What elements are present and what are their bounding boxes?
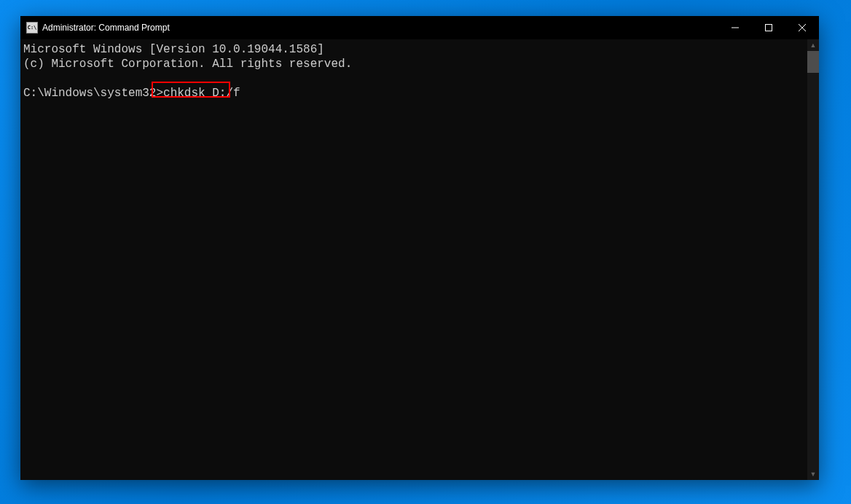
scroll-up-icon[interactable]: ▲ <box>807 39 819 51</box>
terminal-area: Microsoft Windows [Version 10.0.19044.15… <box>20 39 819 480</box>
scroll-thumb[interactable] <box>807 51 819 73</box>
minimize-button[interactable] <box>718 16 752 39</box>
scroll-track[interactable] <box>807 51 819 468</box>
close-button[interactable] <box>785 16 819 39</box>
typed-command: chkdsk D:/f <box>163 87 240 100</box>
vertical-scrollbar[interactable]: ▲ ▼ <box>807 39 819 480</box>
scroll-down-icon[interactable]: ▼ <box>807 468 819 480</box>
command-prompt-window: C:\ Administrator: Command Prompt Micros… <box>20 16 819 480</box>
titlebar[interactable]: C:\ Administrator: Command Prompt <box>20 16 819 39</box>
prompt-path: C:\Windows\system32> <box>23 87 163 100</box>
output-line: (c) Microsoft Corporation. All rights re… <box>23 58 352 71</box>
maximize-button[interactable] <box>752 16 785 39</box>
cursor-icon <box>240 98 246 101</box>
output-line: Microsoft Windows [Version 10.0.19044.15… <box>23 43 324 56</box>
svg-rect-1 <box>766 25 772 31</box>
window-title: Administrator: Command Prompt <box>42 23 170 33</box>
terminal-output[interactable]: Microsoft Windows [Version 10.0.19044.15… <box>20 39 807 480</box>
cmd-icon: C:\ <box>26 22 38 34</box>
